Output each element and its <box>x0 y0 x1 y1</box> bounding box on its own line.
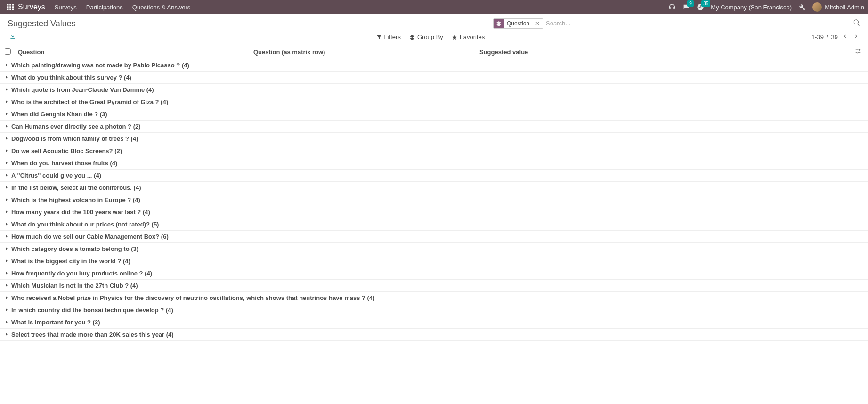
group-label: Dogwood is from which family of trees ? … <box>11 135 138 142</box>
debug-button[interactable] <box>798 3 806 11</box>
page-title: Suggested Values <box>8 19 76 29</box>
filters-button[interactable]: Filters <box>376 33 401 40</box>
activities-badge: 35 <box>701 0 710 7</box>
nav-surveys[interactable]: Surveys <box>50 4 81 11</box>
caret-right-icon <box>5 307 9 314</box>
caret-right-icon <box>5 123 9 130</box>
app-title[interactable]: Surveys <box>17 3 50 11</box>
group-label: What do you think about this survey ? (4… <box>11 74 131 81</box>
caret-right-icon <box>5 160 9 167</box>
caret-right-icon <box>5 282 9 289</box>
group-label: What is important for you ? (3) <box>11 319 100 326</box>
group-row[interactable]: Which painting/drawing was not made by P… <box>0 59 868 72</box>
headset-icon <box>668 3 676 11</box>
group-row[interactable]: What is important for you ? (3) <box>0 316 868 329</box>
svg-rect-0 <box>7 4 9 6</box>
column-matrix-row[interactable]: Question (as matrix row) <box>253 48 479 56</box>
group-label: What do you think about our prices (not … <box>11 221 159 228</box>
group-label: Which category does a tomato belong to (… <box>11 245 138 252</box>
search-button[interactable] <box>853 19 860 28</box>
group-row[interactable]: What do you think about this survey ? (4… <box>0 72 868 84</box>
group-row[interactable]: Who received a Nobel prize in Physics fo… <box>0 292 868 304</box>
group-row[interactable]: Dogwood is from which family of trees ? … <box>0 133 868 145</box>
layers-icon <box>409 34 415 40</box>
support-button[interactable] <box>668 3 676 11</box>
search-view: Question ✕ <box>493 18 860 29</box>
nav-questions-answers[interactable]: Questions & Answers <box>128 4 195 11</box>
list-header: Question Question (as matrix row) Sugges… <box>0 45 868 59</box>
caret-right-icon <box>5 270 9 277</box>
group-row[interactable]: A "Citrus" could give you ... (4) <box>0 170 868 182</box>
group-row[interactable]: How much do we sell our Cable Management… <box>0 231 868 243</box>
caret-right-icon <box>5 172 9 179</box>
select-all-checkbox[interactable] <box>5 48 11 55</box>
svg-rect-6 <box>7 9 9 11</box>
user-menu[interactable]: Mitchell Admin <box>812 2 864 12</box>
pager-range[interactable]: 1-39 <box>811 33 824 40</box>
user-name: Mitchell Admin <box>825 4 864 11</box>
user-avatar-icon <box>812 2 822 12</box>
pager-prev[interactable] <box>841 32 849 41</box>
group-row[interactable]: Do we sell Acoustic Bloc Screens? (2) <box>0 145 868 157</box>
optional-columns-button[interactable] <box>853 48 863 56</box>
group-row[interactable]: What is the biggest city in the world ? … <box>0 255 868 267</box>
group-label: When did Genghis Khan die ? (3) <box>11 111 107 118</box>
column-question[interactable]: Question <box>18 48 253 56</box>
group-row[interactable]: When did Genghis Khan die ? (3) <box>0 108 868 121</box>
caret-right-icon <box>5 258 9 265</box>
list-view: Question Question (as matrix row) Sugges… <box>0 45 868 341</box>
export-button[interactable] <box>8 32 18 42</box>
group-row[interactable]: Which is the highest volcano in Europe ?… <box>0 194 868 206</box>
apps-menu-button[interactable] <box>4 4 17 10</box>
group-row[interactable]: Can Humans ever directly see a photon ? … <box>0 121 868 133</box>
caret-right-icon <box>5 319 9 326</box>
group-row[interactable]: In which country did the bonsai techniqu… <box>0 304 868 316</box>
favorites-button[interactable]: Favorites <box>452 33 485 40</box>
group-label: How much do we sell our Cable Management… <box>11 233 169 240</box>
control-panel: Suggested Values Question ✕ <box>0 14 868 45</box>
group-row[interactable]: How frequently do you buy products onlin… <box>0 267 868 280</box>
sliders-icon <box>855 48 861 55</box>
group-row[interactable]: In the list below, select all the conife… <box>0 182 868 194</box>
discuss-button[interactable]: 9 <box>682 3 690 11</box>
column-suggested-value[interactable]: Suggested value <box>479 48 853 56</box>
group-row[interactable]: Select trees that made more than 20K sal… <box>0 329 868 341</box>
group-row[interactable]: When do you harvest those fruits (4) <box>0 157 868 170</box>
group-row[interactable]: Which Musician is not in the 27th Club ?… <box>0 280 868 292</box>
group-row[interactable]: What do you think about our prices (not … <box>0 218 868 231</box>
nav-participations[interactable]: Participations <box>81 4 128 11</box>
search-input[interactable] <box>543 18 853 29</box>
wrench-icon <box>798 3 806 11</box>
caret-right-icon <box>5 245 9 252</box>
discuss-badge: 9 <box>687 0 694 7</box>
chevron-right-icon <box>854 33 859 39</box>
filters-label: Filters <box>384 33 401 40</box>
pager: 1-39 / 39 <box>811 32 860 41</box>
group-row[interactable]: How many years did the 100 years war las… <box>0 206 868 218</box>
group-label: Who received a Nobel prize in Physics fo… <box>11 294 375 301</box>
groupby-facet-icon <box>494 18 504 29</box>
facet-remove[interactable]: ✕ <box>532 20 543 27</box>
pager-sep: / <box>827 33 828 40</box>
svg-rect-1 <box>9 4 11 6</box>
group-label: Which is the highest volcano in Europe ?… <box>11 196 140 203</box>
caret-right-icon <box>5 86 9 93</box>
svg-rect-5 <box>12 6 14 8</box>
pager-next[interactable] <box>852 32 860 41</box>
svg-rect-8 <box>12 9 14 11</box>
group-label: Do we sell Acoustic Bloc Screens? (2) <box>11 147 122 154</box>
group-row[interactable]: Who is the architect of the Great Pyrami… <box>0 96 868 108</box>
nav-menu: Surveys Participations Questions & Answe… <box>50 4 195 11</box>
caret-right-icon <box>5 294 9 301</box>
group-row[interactable]: Which quote is from Jean-Claude Van Damm… <box>0 84 868 96</box>
group-row[interactable]: Which category does a tomato belong to (… <box>0 243 868 255</box>
group-label: How many years did the 100 years war las… <box>11 209 150 216</box>
company-switcher[interactable]: My Company (San Francisco) <box>711 4 792 11</box>
groupby-button[interactable]: Group By <box>409 33 443 40</box>
caret-right-icon <box>5 111 9 118</box>
group-label: Select trees that made more than 20K sal… <box>11 331 174 338</box>
group-label: Can Humans ever directly see a photon ? … <box>11 123 141 130</box>
favorites-label: Favorites <box>460 33 485 40</box>
activities-button[interactable]: 35 <box>697 3 704 11</box>
pager-total: 39 <box>831 33 838 40</box>
